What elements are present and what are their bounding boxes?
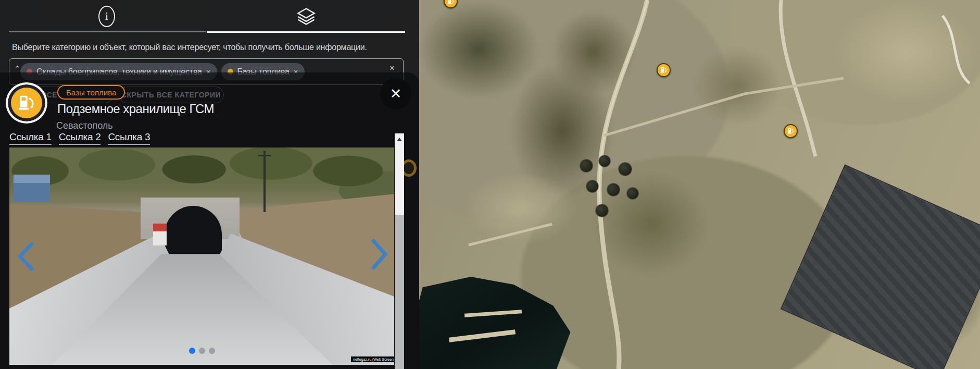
info-panel: i Выберите категорию и объект, который в… [0,0,419,369]
object-title: Подземное хранилище ГСМ [57,102,214,116]
carousel-dot-2[interactable] [199,348,205,354]
object-location: Севастополь [56,120,113,131]
carousel-photo[interactable]: neftegaz.ru (Web Screenshot) [9,147,394,365]
tab-indicator-info [9,31,206,32]
instruction-text: Выберите категорию и объект, который вас… [12,43,408,52]
fuel-pump-icon [17,93,36,113]
map-oil-tank [619,163,632,176]
photo-wall-sign [153,224,167,245]
photo-utility-pole [263,151,266,212]
info-icon: i [98,6,115,27]
carousel-prev-button[interactable] [16,240,36,273]
chevron-right-icon [369,237,390,272]
map-marker-fuel[interactable] [657,63,671,77]
layers-icon [296,7,317,26]
hide-all-categories-button-dimmed[interactable]: СКРЫТЬ ВСЕ КАТЕГОРИИ [118,87,224,103]
card-scrollbar[interactable] [395,133,404,369]
link-1[interactable]: Ссылка 1 [9,131,52,145]
scrollbar-up-arrow[interactable] [395,133,404,145]
map-oil-tank [580,159,593,172]
tab-layers[interactable] [291,4,322,28]
photo-utility-pole-arm [258,155,271,156]
map-oil-tank [627,188,638,199]
carousel-dot-3[interactable] [209,348,215,354]
chevron-left-icon [16,240,36,273]
link-3[interactable]: Ссылка 3 [108,131,150,145]
category-badge: Базы топлива [57,85,125,100]
photo-blue-shed [14,175,50,202]
close-card-button[interactable]: ✕ [380,78,411,109]
tab-indicator-layers [207,31,405,33]
object-card: Ь ВСЕ КАТЕГОРИИ СКРЫТЬ ВСЕ КАТЕГОРИИ Баз… [0,72,419,369]
carousel-dots [9,348,394,354]
source-links: Ссылка 1 Ссылка 2 Ссылка 3 [9,131,150,145]
map-marker-fuel[interactable] [784,124,798,138]
carousel-dot-1[interactable] [189,348,195,354]
photo-watermark: neftegaz.ru (Web Screenshot) [351,356,394,362]
map-oil-tank [607,183,620,196]
tab-info[interactable]: i [91,4,122,28]
map-oil-tank [599,155,610,167]
link-2[interactable]: Ссылка 2 [59,131,101,145]
close-icon: ✕ [390,85,402,102]
map-oil-tank [586,180,598,192]
fuel-category-icon [6,82,47,124]
scrollbar-thumb[interactable] [395,215,404,369]
clear-all-icon[interactable]: × [390,63,395,73]
map-oil-tank [596,204,608,217]
carousel-next-button[interactable] [369,237,390,272]
